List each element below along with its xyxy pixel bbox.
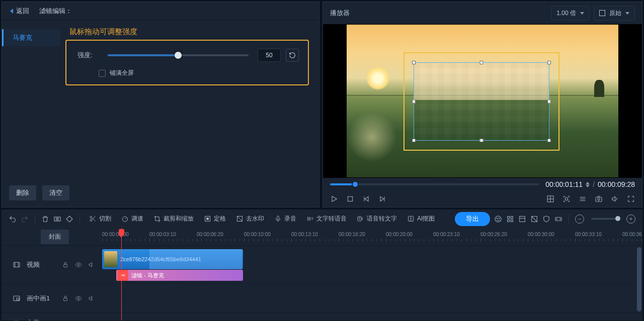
stop-icon[interactable] bbox=[346, 195, 354, 203]
display-mode-dropdown[interactable]: 原始 bbox=[594, 6, 635, 21]
eraser-icon bbox=[236, 215, 244, 223]
reset-button[interactable] bbox=[286, 49, 299, 62]
svg-marker-15 bbox=[612, 196, 615, 201]
filter-clip[interactable]: ✂ 滤镜 - 马赛克 bbox=[116, 270, 243, 281]
speed-button[interactable]: 调速 bbox=[118, 212, 146, 225]
svg-line-46 bbox=[532, 216, 537, 222]
clear-button[interactable]: 清空 bbox=[42, 185, 69, 200]
svg-point-9 bbox=[565, 197, 568, 200]
svg-line-29 bbox=[237, 217, 243, 222]
mic-icon bbox=[274, 215, 282, 223]
lock-icon[interactable] bbox=[75, 319, 82, 321]
fullscreen-checkbox[interactable] bbox=[99, 70, 106, 77]
track-pip: 画中画1 bbox=[2, 283, 642, 312]
mute-icon[interactable] bbox=[88, 261, 95, 268]
intensity-value[interactable]: 50 bbox=[258, 49, 281, 62]
fullscreen-label: 铺满全屏 bbox=[110, 69, 134, 77]
split-tool-icon[interactable] bbox=[53, 215, 61, 223]
handle-tl[interactable] bbox=[412, 61, 416, 64]
play-icon[interactable] bbox=[330, 195, 338, 203]
snapshot-icon[interactable] bbox=[595, 195, 603, 203]
zoom-slider[interactable] bbox=[591, 218, 619, 220]
clip-selection bbox=[149, 249, 242, 269]
cover-button[interactable]: 封面 bbox=[41, 230, 69, 244]
redo-icon[interactable] bbox=[21, 215, 29, 223]
keyframe-icon[interactable] bbox=[65, 215, 73, 223]
volume-icon[interactable] bbox=[611, 195, 619, 203]
handle-mr[interactable] bbox=[547, 100, 551, 103]
svg-rect-30 bbox=[277, 216, 279, 220]
align-icon[interactable] bbox=[506, 215, 514, 223]
progress-knob[interactable] bbox=[352, 181, 359, 188]
svg-marker-53 bbox=[89, 262, 92, 266]
grid-icon[interactable] bbox=[546, 195, 554, 203]
speed-dropdown[interactable]: 1.00 倍 bbox=[551, 6, 590, 21]
slider-knob[interactable] bbox=[175, 52, 182, 59]
aicut-button[interactable]: AI抠图 bbox=[404, 212, 438, 225]
lock-icon[interactable] bbox=[62, 261, 69, 268]
svg-point-14 bbox=[598, 198, 600, 200]
player-canvas[interactable] bbox=[323, 24, 642, 178]
zoom-out-button[interactable]: − bbox=[575, 215, 584, 224]
video-clip[interactable]: 2ce876b2242d54cf65be8d34441 bbox=[102, 249, 243, 269]
ratio-icon[interactable] bbox=[554, 215, 562, 223]
export-button[interactable]: 导出 bbox=[455, 212, 490, 226]
eye-icon[interactable] bbox=[75, 261, 82, 268]
focus-icon[interactable] bbox=[562, 195, 571, 203]
frame-icon bbox=[599, 10, 605, 16]
zoom-knob[interactable] bbox=[615, 216, 620, 221]
prev-frame-icon[interactable] bbox=[362, 195, 370, 203]
eye-icon[interactable] bbox=[88, 319, 95, 321]
filter-edit-panel: 返回 滤镜编辑： 马赛克 鼠标拖动可调整强度 强度: 50 bbox=[2, 2, 319, 207]
stt-button[interactable]: 语音转文字 bbox=[354, 212, 400, 225]
handle-tr[interactable] bbox=[547, 61, 551, 64]
handle-br[interactable] bbox=[547, 139, 551, 142]
clip-lock-icon[interactable]: ✂ bbox=[117, 270, 128, 281]
progress-bar[interactable] bbox=[330, 183, 539, 185]
freeze-icon bbox=[204, 215, 211, 223]
freeze-button[interactable]: 定格 bbox=[201, 212, 229, 225]
fullscreen-icon[interactable] bbox=[627, 195, 635, 203]
player-title: 播放器 bbox=[330, 9, 551, 18]
emoji-icon[interactable] bbox=[494, 215, 502, 223]
sidebar-item-mosaic[interactable]: 马赛克 bbox=[2, 29, 60, 46]
handle-tm[interactable] bbox=[480, 61, 484, 64]
list-icon[interactable] bbox=[579, 195, 587, 203]
delete-button[interactable]: 删除 bbox=[9, 185, 36, 200]
undo-icon[interactable] bbox=[9, 215, 17, 223]
eye-icon[interactable] bbox=[75, 295, 82, 302]
mute-icon[interactable] bbox=[88, 295, 95, 302]
back-button[interactable]: 返回 bbox=[7, 6, 32, 17]
selection-inner[interactable] bbox=[414, 62, 549, 141]
handle-bm[interactable] bbox=[480, 139, 484, 142]
panel-title: 滤镜编辑： bbox=[39, 7, 72, 16]
crop-button[interactable]: 裁剪和缩放 bbox=[150, 212, 197, 225]
handle-ml[interactable] bbox=[412, 100, 416, 103]
clip-thumbnail bbox=[104, 251, 117, 267]
svg-rect-40 bbox=[511, 216, 513, 218]
handle-bl[interactable] bbox=[412, 139, 416, 142]
svg-marker-2 bbox=[365, 196, 368, 201]
timeline-scrollbar[interactable] bbox=[637, 247, 641, 311]
intensity-slider[interactable] bbox=[108, 54, 249, 56]
tip-text: 鼠标拖动可调整强度 bbox=[69, 27, 309, 37]
shield-icon[interactable] bbox=[542, 215, 550, 223]
lock-icon[interactable] bbox=[62, 295, 69, 302]
tts-button[interactable]: 文字转语音 bbox=[303, 212, 350, 225]
cut-button[interactable]: 切割 bbox=[86, 212, 114, 225]
svg-point-38 bbox=[499, 218, 499, 219]
svg-rect-31 bbox=[358, 217, 362, 221]
chevron-down-icon bbox=[625, 12, 629, 15]
svg-rect-39 bbox=[508, 216, 510, 218]
intensity-label: 强度: bbox=[77, 51, 99, 60]
time-stepper[interactable] bbox=[586, 182, 590, 187]
record-button[interactable]: 录音 bbox=[271, 212, 299, 225]
zoom-in-button[interactable]: + bbox=[626, 215, 635, 224]
layout1-icon[interactable] bbox=[518, 215, 526, 223]
trash-icon[interactable] bbox=[41, 215, 49, 223]
next-frame-icon[interactable] bbox=[378, 195, 386, 203]
playhead[interactable] bbox=[121, 228, 122, 320]
layout2-icon[interactable] bbox=[530, 215, 538, 223]
ai-icon bbox=[407, 215, 415, 223]
dewatermark-button[interactable]: 去水印 bbox=[233, 212, 267, 225]
